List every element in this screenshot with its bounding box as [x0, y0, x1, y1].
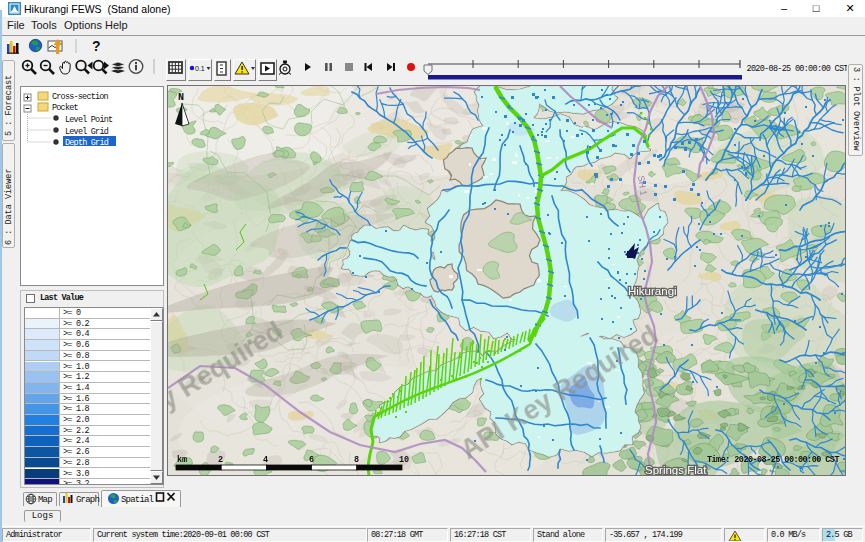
svg-text:10: 10 — [399, 455, 409, 465]
svg-text:Hikurangi: Hikurangi — [628, 285, 677, 297]
svg-text:km: km — [177, 455, 187, 465]
svg-text:0.1: 0.1 — [195, 65, 205, 72]
svg-text:4: 4 — [263, 455, 268, 465]
svg-text:Spatial: Spatial — [121, 495, 154, 505]
svg-text:Graph: Graph — [76, 495, 99, 505]
svg-text:2020-08-25 00:00:00 CST: 2020-08-25 00:00:00 CST — [747, 64, 848, 74]
svg-text:Depth Grid: Depth Grid — [65, 138, 109, 148]
svg-text:Map: Map — [38, 495, 52, 505]
svg-text:Pocket: Pocket — [52, 103, 79, 113]
svg-text:?: ? — [92, 38, 101, 54]
svg-text:Time: 2020-08-25 00:00:00 CST: Time: 2020-08-25 00:00:00 CST — [707, 455, 839, 465]
svg-text:Springs Flat: Springs Flat — [645, 464, 707, 475]
svg-text:Level Grid: Level Grid — [65, 127, 109, 137]
svg-text:6: 6 — [309, 455, 314, 465]
svg-text:8: 8 — [354, 455, 359, 465]
svg-text:N: N — [178, 92, 184, 103]
svg-text:Cross-section: Cross-section — [52, 92, 109, 102]
svg-text:Level Point: Level Point — [65, 115, 113, 125]
svg-text:2: 2 — [218, 455, 223, 465]
